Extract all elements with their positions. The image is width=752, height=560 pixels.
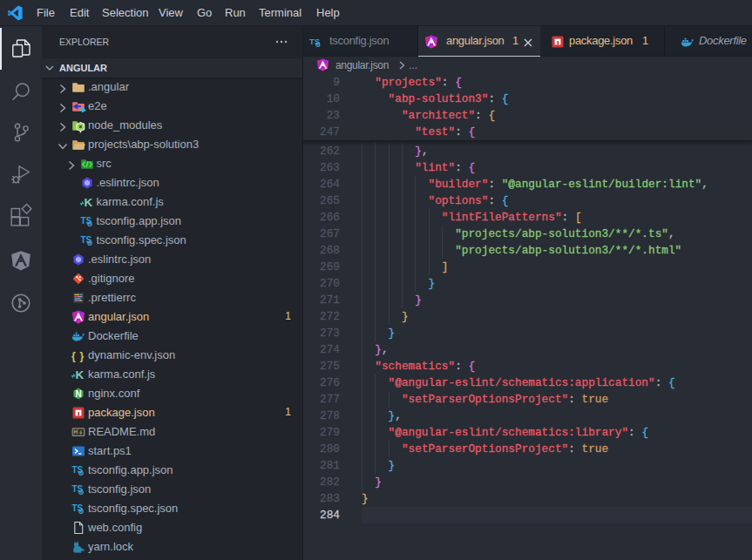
svg-text:}: } bbox=[80, 350, 85, 362]
svg-text:N: N bbox=[75, 389, 81, 399]
svg-text:{: { bbox=[71, 350, 76, 362]
svg-text:K: K bbox=[75, 368, 84, 381]
svg-text:K: K bbox=[84, 196, 92, 209]
